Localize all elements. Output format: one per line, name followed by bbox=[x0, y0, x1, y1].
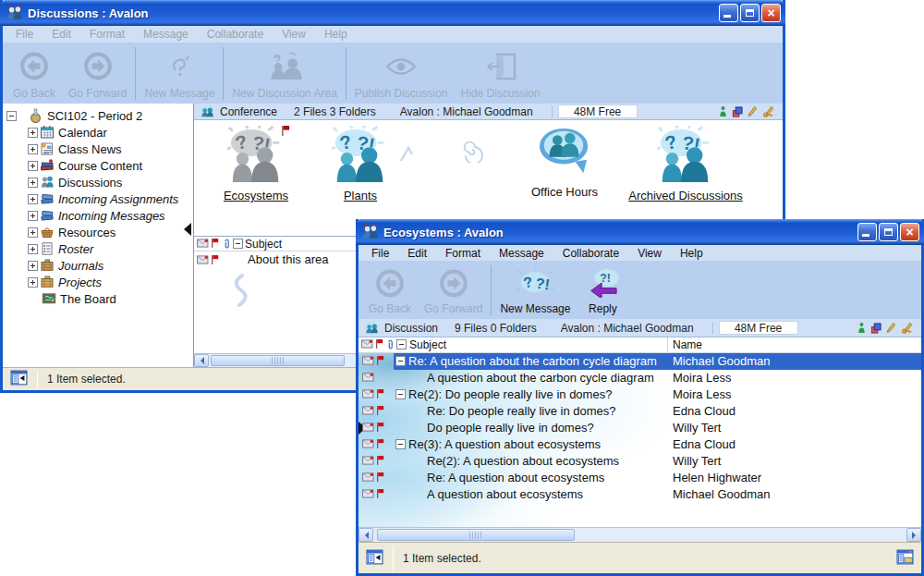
collapse-icon[interactable] bbox=[6, 111, 17, 121]
collapse-thread-icon[interactable] bbox=[395, 439, 406, 449]
expand-icon[interactable] bbox=[28, 194, 38, 204]
expand-icon[interactable] bbox=[28, 227, 38, 238]
expand-icon[interactable] bbox=[28, 178, 38, 188]
message-sender: Willy Tert bbox=[673, 421, 721, 435]
reply-icon: ?! bbox=[583, 265, 622, 300]
close-button[interactable]: × bbox=[900, 223, 919, 241]
tree-item-projects[interactable]: Projects bbox=[3, 274, 193, 290]
hide-discussion-button[interactable]: Hide Discussion bbox=[455, 43, 547, 104]
unread-flag-icon bbox=[376, 455, 384, 466]
unread-flag-icon bbox=[376, 438, 384, 449]
scrollbar-thumb[interactable] bbox=[211, 355, 345, 366]
expand-icon[interactable] bbox=[28, 277, 38, 288]
collapse-thread-icon[interactable] bbox=[395, 356, 406, 366]
discussions-titlebar[interactable]: Discussions : Avalon × bbox=[0, 0, 785, 26]
message-row[interactable]: A question about ecosystems Michael Good… bbox=[359, 486, 921, 503]
expand-icon[interactable] bbox=[28, 128, 38, 138]
message-row[interactable]: Re: A question about the carbon cycle di… bbox=[359, 353, 921, 370]
tree-splitter-collapse-arrow[interactable] bbox=[184, 223, 191, 236]
menu-message[interactable]: Message bbox=[490, 247, 553, 260]
tree-item-incoming-messages[interactable]: Incoming Messages bbox=[3, 207, 193, 224]
desktop-icon-ecosystems[interactable]: ??!Ecosystems bbox=[203, 126, 309, 203]
menu-edit[interactable]: Edit bbox=[398, 247, 436, 260]
scroll-left-button[interactable] bbox=[359, 528, 373, 542]
publish-discussion-button[interactable]: Publish Discussion bbox=[348, 43, 455, 104]
minimize-button[interactable] bbox=[719, 4, 738, 22]
flask-icon bbox=[28, 108, 43, 124]
menu-file[interactable]: File bbox=[6, 28, 43, 41]
menu-view[interactable]: View bbox=[273, 28, 315, 41]
tree-item-roster[interactable]: Roster bbox=[3, 240, 193, 257]
menu-edit[interactable]: Edit bbox=[43, 28, 80, 41]
expand-icon[interactable] bbox=[28, 261, 38, 271]
tree-label: Resources bbox=[58, 226, 116, 239]
menu-collaborate[interactable]: Collaborate bbox=[198, 28, 273, 41]
expand-icon[interactable] bbox=[28, 244, 38, 254]
svg-text:?!: ?! bbox=[535, 276, 551, 293]
menu-format[interactable]: Format bbox=[80, 28, 134, 41]
list-column-header[interactable]: Subject Name bbox=[359, 337, 921, 353]
desktop-icon-archived-discussions[interactable]: ??!Archived Discussions bbox=[604, 126, 767, 203]
expand-icon[interactable] bbox=[28, 161, 38, 171]
horizontal-scrollbar[interactable] bbox=[359, 527, 921, 542]
tree-item-root[interactable]: SCI102 - Period 2 bbox=[3, 107, 193, 124]
scrollbar-track[interactable] bbox=[373, 528, 906, 542]
message-row[interactable]: Re: Do people really live in domes? Edna… bbox=[359, 403, 921, 420]
message-row[interactable]: Re: A question about ecosystems Helen Hi… bbox=[359, 470, 921, 486]
desktop-icon-label: Ecosystems bbox=[224, 189, 288, 202]
go-forward-button[interactable]: Go Forward bbox=[418, 262, 489, 319]
collapse-thread-icon[interactable] bbox=[395, 389, 406, 399]
go-back-button[interactable]: Go Back bbox=[6, 43, 62, 104]
go-forward-button[interactable]: Go Forward bbox=[62, 43, 133, 104]
message-row[interactable]: Do people really live in domes? Willy Te… bbox=[359, 420, 921, 436]
tree-item-the-board[interactable]: The Board bbox=[3, 290, 193, 307]
collapse-all-icon[interactable] bbox=[233, 239, 243, 249]
maximize-button[interactable] bbox=[740, 4, 760, 22]
go-back-button[interactable]: Go Back bbox=[362, 262, 418, 319]
calendar-icon bbox=[40, 125, 55, 140]
desktop-icon-plants[interactable]: ??!Plants bbox=[309, 126, 412, 203]
tree-item-resources[interactable]: Resources bbox=[3, 224, 193, 240]
discussion-splash-icon: ??! bbox=[227, 126, 285, 187]
window-title: Discussions : Avalon bbox=[28, 6, 149, 20]
tree-item-course-content[interactable]: Course Content bbox=[3, 157, 193, 174]
collapse-all-icon[interactable] bbox=[396, 339, 407, 349]
menu-help[interactable]: Help bbox=[315, 28, 357, 41]
tree-item-journals[interactable]: Journals bbox=[3, 257, 193, 274]
tree-item-incoming-assignments[interactable]: Incoming Assignments bbox=[3, 190, 193, 207]
menu-help[interactable]: Help bbox=[671, 247, 712, 260]
menu-collaborate[interactable]: Collaborate bbox=[553, 247, 628, 260]
basket-icon bbox=[40, 225, 55, 239]
new-message-button[interactable]: New Message bbox=[138, 43, 221, 104]
message-row[interactable]: Re(3): A question about ecosystems Edna … bbox=[359, 436, 921, 453]
panel-toggle-icon[interactable] bbox=[366, 549, 383, 568]
tree-item-discussions[interactable]: Discussions bbox=[3, 174, 193, 190]
scroll-left-button[interactable] bbox=[194, 354, 209, 367]
menu-format[interactable]: Format bbox=[436, 247, 490, 260]
ecosystems-titlebar[interactable]: Ecosystems : Avalon × bbox=[356, 219, 924, 245]
close-button[interactable]: × bbox=[761, 4, 781, 22]
new-discussion-area-button[interactable]: ? New Discussion Area bbox=[225, 43, 343, 104]
desktop: Discussions : Avalon × FileEditFormatMes… bbox=[0, 0, 924, 576]
online-user-icon bbox=[857, 322, 866, 334]
scroll-right-button[interactable] bbox=[906, 528, 921, 542]
menu-file[interactable]: File bbox=[362, 247, 398, 260]
split-view-icon[interactable] bbox=[896, 549, 914, 568]
menu-bar: FileEditFormatMessageCollaborateViewHelp bbox=[3, 26, 783, 43]
message-row[interactable]: A question about the carbon cycle diagra… bbox=[359, 370, 921, 386]
message-row[interactable]: Re(2): Do people really live in domes? M… bbox=[359, 386, 921, 403]
minimize-button[interactable] bbox=[857, 223, 877, 241]
menu-message[interactable]: Message bbox=[134, 28, 198, 41]
menu-view[interactable]: View bbox=[628, 247, 671, 260]
maximize-button[interactable] bbox=[879, 223, 898, 241]
expand-icon[interactable] bbox=[28, 211, 38, 221]
message-row[interactable]: Re(2): A question about ecosystems Willy… bbox=[359, 453, 921, 470]
tree-item-calendar[interactable]: Calendar bbox=[3, 124, 193, 141]
free-space: 48M Free bbox=[719, 321, 798, 335]
panel-toggle-icon[interactable] bbox=[10, 370, 28, 388]
scrollbar-thumb[interactable] bbox=[377, 529, 575, 541]
tree-item-class-news[interactable]: Class News bbox=[3, 141, 193, 157]
reply-button[interactable]: ?! Reply bbox=[577, 262, 628, 319]
expand-icon[interactable] bbox=[28, 144, 38, 154]
new-message-button[interactable]: ??! New Message bbox=[493, 262, 577, 319]
